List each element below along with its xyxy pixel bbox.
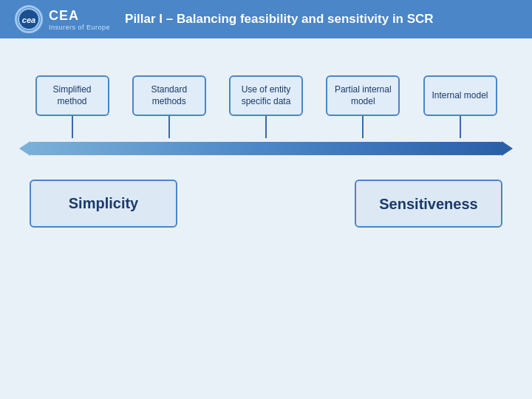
tick-standard — [168, 116, 170, 138]
label-sensitiveness: Sensitiveness — [355, 180, 502, 228]
tick-entity — [265, 116, 267, 138]
spectrum-row: Simplified method Standard methods Use o… — [30, 75, 502, 138]
spectrum-item-internal: Internal model — [417, 75, 502, 138]
spectrum-box-simplified: Simplified method — [35, 75, 109, 116]
spectrum-item-entity: Use of entity specific data — [224, 75, 309, 138]
tick-simplified — [72, 116, 73, 138]
page-title: Pillar I – Balancing feasibility and sen… — [125, 12, 434, 27]
logo-area: cea CEA Insurers of Europe — [15, 5, 110, 33]
header: cea CEA Insurers of Europe Pillar I – Ba… — [0, 0, 532, 38]
logo-sub-text: Insurers of Europe — [49, 24, 110, 31]
main-content: Simplified method Standard methods Use o… — [0, 38, 532, 399]
arrow-bar — [30, 142, 502, 155]
arrow-bar-container — [30, 138, 502, 159]
tick-partial — [362, 116, 364, 138]
label-simplicity: Simplicity — [30, 180, 177, 228]
labels-row: Simplicity Sensitiveness — [30, 180, 502, 228]
svg-text:cea: cea — [22, 16, 35, 24]
spectrum-item-standard: Standard methods — [126, 75, 211, 138]
logo-cea-text: CEA — [49, 8, 110, 24]
spectrum-item-partial: Partial internal model — [321, 75, 406, 138]
spectrum-box-internal: Internal model — [423, 75, 497, 116]
spectrum-box-standard: Standard methods — [132, 75, 206, 116]
spectrum-item-simplified: Simplified method — [30, 75, 115, 138]
tick-internal — [460, 116, 461, 138]
spectrum-box-partial: Partial internal model — [326, 75, 400, 116]
spectrum-box-entity: Use of entity specific data — [229, 75, 303, 116]
logo-circle: cea — [15, 5, 43, 33]
logo-text: CEA Insurers of Europe — [49, 8, 110, 31]
